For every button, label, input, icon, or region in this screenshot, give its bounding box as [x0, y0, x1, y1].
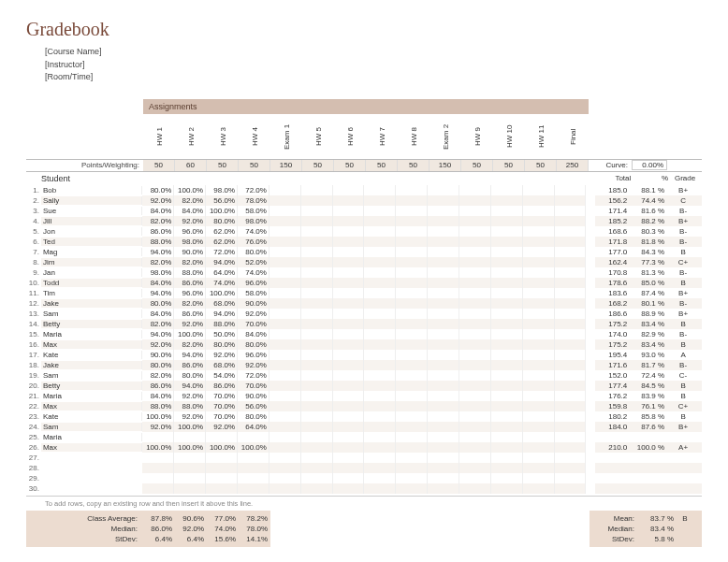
student-name[interactable]: Sam: [41, 423, 143, 431]
score-cell[interactable]: [364, 473, 396, 483]
score-cell[interactable]: [428, 267, 459, 278]
score-cell[interactable]: [459, 381, 491, 391]
score-cell[interactable]: [396, 309, 428, 319]
score-cell[interactable]: [491, 350, 523, 360]
score-cell[interactable]: [142, 432, 174, 442]
score-cell[interactable]: [428, 278, 459, 288]
score-cell[interactable]: [333, 381, 365, 391]
score-cell[interactable]: 82.0%: [142, 319, 174, 329]
score-cell[interactable]: 98.0%: [206, 185, 238, 195]
score-cell[interactable]: [364, 298, 396, 309]
score-cell[interactable]: [459, 216, 491, 226]
score-cell[interactable]: [269, 370, 301, 381]
points-cell[interactable]: 50: [525, 160, 557, 171]
score-cell[interactable]: [491, 206, 523, 216]
score-cell[interactable]: 90.0%: [142, 350, 174, 360]
score-cell[interactable]: [523, 216, 555, 226]
score-cell[interactable]: [523, 401, 555, 411]
score-cell[interactable]: [364, 195, 396, 206]
score-cell[interactable]: [428, 370, 459, 381]
score-cell[interactable]: [459, 288, 491, 298]
score-cell[interactable]: [555, 226, 587, 237]
score-cell[interactable]: [301, 339, 333, 350]
score-cell[interactable]: 92.0%: [174, 216, 206, 226]
score-cell[interactable]: [364, 483, 396, 494]
score-cell[interactable]: 54.0%: [206, 370, 238, 381]
score-cell[interactable]: [301, 247, 333, 257]
score-cell[interactable]: [333, 329, 365, 339]
score-cell[interactable]: 88.0%: [206, 319, 238, 329]
student-name[interactable]: Ted: [41, 238, 143, 246]
score-cell[interactable]: [396, 473, 428, 483]
score-cell[interactable]: [333, 298, 365, 309]
student-name[interactable]: Tim: [41, 289, 143, 297]
score-cell[interactable]: 80.0%: [142, 185, 174, 195]
score-cell[interactable]: [269, 463, 301, 473]
score-cell[interactable]: [269, 329, 301, 339]
score-cell[interactable]: 84.0%: [142, 309, 174, 319]
score-cell[interactable]: [206, 473, 238, 483]
score-cell[interactable]: [396, 247, 428, 257]
score-cell[interactable]: [459, 350, 491, 360]
score-cell[interactable]: [523, 370, 555, 381]
student-name[interactable]: Bob: [41, 186, 143, 195]
student-name[interactable]: Jake: [41, 361, 143, 369]
student-name[interactable]: Maria: [41, 433, 143, 441]
score-cell[interactable]: [301, 463, 333, 473]
score-cell[interactable]: [333, 473, 365, 483]
score-cell[interactable]: 98.0%: [142, 267, 174, 278]
student-name[interactable]: Jake: [41, 299, 143, 308]
points-cell[interactable]: 250: [557, 160, 589, 171]
score-cell[interactable]: [459, 206, 491, 216]
score-cell[interactable]: 70.0%: [206, 391, 238, 401]
score-cell[interactable]: [491, 267, 523, 278]
student-name[interactable]: Maria: [41, 392, 143, 400]
score-cell[interactable]: [459, 391, 491, 401]
score-cell[interactable]: [555, 360, 587, 370]
score-cell[interactable]: 84.0%: [142, 391, 174, 401]
score-cell[interactable]: [428, 442, 459, 453]
score-cell[interactable]: [428, 463, 459, 473]
score-cell[interactable]: [428, 319, 459, 329]
score-cell[interactable]: 88.0%: [174, 401, 206, 411]
score-cell[interactable]: [174, 473, 206, 483]
points-cell[interactable]: 50: [334, 160, 366, 171]
score-cell[interactable]: 90.0%: [174, 247, 206, 257]
score-cell[interactable]: 100.0%: [174, 442, 206, 453]
score-cell[interactable]: [364, 432, 396, 442]
score-cell[interactable]: [491, 411, 523, 422]
score-cell[interactable]: [364, 422, 396, 432]
score-cell[interactable]: 100.0%: [206, 442, 238, 453]
score-cell[interactable]: [523, 329, 555, 339]
score-cell[interactable]: [396, 216, 428, 226]
score-cell[interactable]: [364, 288, 396, 298]
score-cell[interactable]: [555, 237, 587, 247]
score-cell[interactable]: [555, 216, 587, 226]
score-cell[interactable]: 98.0%: [238, 216, 269, 226]
score-cell[interactable]: 82.0%: [174, 195, 206, 206]
student-name[interactable]: Sam: [41, 371, 143, 380]
score-cell[interactable]: [333, 391, 365, 401]
score-cell[interactable]: [523, 411, 555, 422]
score-cell[interactable]: [364, 267, 396, 278]
score-cell[interactable]: [555, 463, 587, 473]
score-cell[interactable]: 100.0%: [206, 206, 238, 216]
points-cell[interactable]: 50: [366, 160, 398, 171]
score-cell[interactable]: [396, 267, 428, 278]
score-cell[interactable]: [206, 463, 238, 473]
score-cell[interactable]: [396, 226, 428, 237]
score-cell[interactable]: [428, 360, 459, 370]
score-cell[interactable]: 82.0%: [142, 370, 174, 381]
score-cell[interactable]: [269, 185, 301, 195]
score-cell[interactable]: [459, 185, 491, 195]
score-cell[interactable]: [269, 401, 301, 411]
score-cell[interactable]: [238, 473, 269, 483]
score-cell[interactable]: [333, 247, 365, 257]
score-cell[interactable]: [396, 339, 428, 350]
score-cell[interactable]: [523, 257, 555, 267]
score-cell[interactable]: [333, 278, 365, 288]
score-cell[interactable]: [301, 370, 333, 381]
score-cell[interactable]: 92.0%: [238, 360, 269, 370]
score-cell[interactable]: [238, 463, 269, 473]
score-cell[interactable]: [523, 247, 555, 257]
